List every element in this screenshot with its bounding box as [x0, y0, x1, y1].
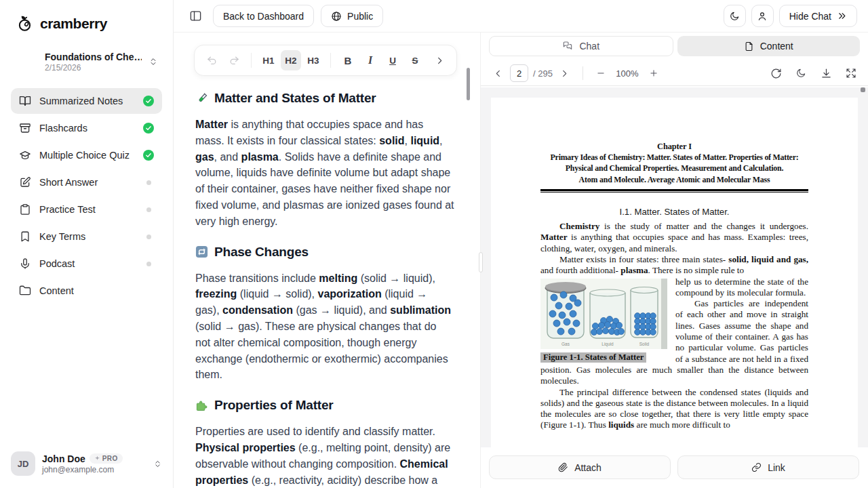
heading-3-button[interactable]: H3	[303, 50, 323, 70]
hide-chat-button[interactable]: Hide Chat	[779, 5, 857, 27]
zoom-level: 100%	[613, 68, 642, 79]
tab-chat[interactable]: Chat	[489, 36, 673, 56]
heading-1-button[interactable]: H1	[258, 50, 279, 70]
user-account-menu[interactable]: JD John Doe PRO john@example.com	[0, 442, 173, 488]
italic-button[interactable]: I	[360, 50, 380, 70]
theme-toggle-button[interactable]	[724, 5, 746, 27]
sidebar-item-content[interactable]: Content	[11, 278, 162, 304]
moon-icon	[729, 11, 740, 22]
previous-page-button[interactable]	[490, 66, 505, 81]
underline-button[interactable]: U	[382, 50, 403, 70]
beakers-illustration: Gas Liquid Solid	[540, 279, 667, 349]
sidebar-item-podcast[interactable]: Podcast	[11, 251, 162, 277]
sidebar-item-summarized-notes[interactable]: Summarized Notes	[11, 88, 162, 114]
toolbar-divider	[251, 53, 252, 68]
figure-label-liquid: Liquid	[601, 342, 614, 347]
bold-button[interactable]: B	[338, 50, 358, 70]
status-pending-dot	[146, 262, 151, 266]
chevron-up-down-icon	[149, 57, 158, 66]
workspace-date: 2/15/2026	[45, 63, 142, 73]
graduation-cap-icon	[19, 149, 31, 161]
double-rule	[540, 189, 808, 192]
status-done-icon	[143, 150, 154, 161]
back-to-dashboard-button[interactable]: Back to Dashboard	[213, 5, 314, 27]
folder-icon	[19, 285, 31, 297]
zoom-in-button[interactable]	[646, 66, 661, 81]
sidebar-item-key-terms[interactable]: Key Terms	[11, 224, 162, 249]
sidebar-toggle-button[interactable]	[184, 5, 206, 27]
redo-button[interactable]	[224, 50, 244, 70]
undo-button[interactable]	[201, 50, 222, 70]
sidebar-item-multiple-choice-quiz[interactable]: Multiple Choice Quiz	[11, 142, 162, 168]
brand: cramberry	[0, 0, 173, 41]
bookmark-icon	[19, 230, 31, 243]
paragraph: Phase transitions include melting (solid…	[195, 270, 454, 384]
chevron-up-down-icon	[153, 460, 162, 468]
figure-caption: Figure 1-1. States of Matter	[540, 352, 646, 363]
download-icon[interactable]	[818, 66, 833, 81]
brand-name: cramberry	[40, 16, 107, 32]
editor-toolbar: H1 H2 H3 B I U S	[194, 45, 457, 76]
tab-content[interactable]: Content	[677, 36, 861, 56]
pdf-scrollbar-thumb[interactable]	[861, 87, 865, 92]
document-icon	[744, 41, 754, 52]
sidebar-nav: Summarized Notes Flashcards Multiple Cho…	[0, 80, 173, 305]
fullscreen-icon[interactable]	[844, 66, 859, 81]
pdf-toolbar: / 295 100%	[481, 61, 868, 86]
sparkle-icon	[94, 455, 100, 462]
sidebar-item-label: Content	[39, 285, 154, 296]
sidebar-item-flashcards[interactable]: Flashcards	[11, 115, 162, 141]
public-visibility-button[interactable]: Public	[321, 5, 383, 27]
globe-icon	[331, 11, 342, 22]
figure-states-of-matter: Gas Liquid Solid Figure 1-1. States of M…	[540, 279, 667, 363]
chapter-heading: Chapter I Primary Ideas of Chemistry: Ma…	[540, 141, 808, 185]
editor-content-area[interactable]: Matter and States of Matter Matter is an…	[195, 76, 454, 488]
heading-2-button[interactable]: H2	[281, 50, 301, 70]
workspace-selector[interactable]: Foundations of Che… 2/15/2026	[8, 46, 165, 77]
strikethrough-button[interactable]: S	[405, 50, 425, 70]
zoom-out-button[interactable]	[593, 66, 608, 81]
pencil-square-icon	[19, 176, 31, 188]
sidebar-item-label: Podcast	[39, 258, 138, 269]
next-page-button[interactable]	[557, 66, 572, 81]
cramberry-logo-icon	[16, 15, 34, 33]
editor-scrollbar-thumb[interactable]	[467, 68, 470, 100]
workspace-avatar	[15, 50, 38, 73]
sidebar-item-short-answer[interactable]: Short Answer	[11, 169, 162, 195]
pdf-viewer[interactable]: Chapter I Primary Ideas of Chemistry: Ma…	[481, 87, 868, 447]
account-button[interactable]	[751, 5, 774, 27]
status-pending-dot	[146, 180, 151, 185]
refresh-icon[interactable]	[768, 66, 783, 81]
avatar: JD	[11, 451, 35, 476]
repeat-emoji	[195, 245, 208, 258]
page-number-input[interactable]	[510, 64, 528, 82]
sidebar-item-label: Short Answer	[39, 177, 138, 188]
toolbar-divider	[330, 53, 331, 68]
pro-badge: PRO	[90, 453, 123, 464]
figure-label-solid: Solid	[639, 342, 650, 346]
sidebar-item-practice-test[interactable]: Practice Test	[11, 197, 162, 222]
sidebar-item-label: Summarized Notes	[39, 96, 135, 106]
section-heading: Matter and States of Matter	[195, 89, 454, 107]
pdf-paragraph: Matter exists in four states: three main…	[540, 254, 808, 277]
pdf-paragraph: The principal difference between the con…	[540, 387, 808, 431]
status-pending-dot	[146, 207, 151, 212]
user-email: john@example.com	[42, 465, 146, 474]
section-heading: Properties of Matter	[195, 396, 454, 414]
sidebar: cramberry Foundations of Che… 2/15/2026 …	[0, 0, 174, 488]
toolbar-more-button[interactable]	[429, 50, 450, 70]
sidebar-item-label: Multiple Choice Quiz	[39, 150, 135, 161]
dark-mode-icon[interactable]	[793, 66, 808, 81]
topbar: Back to Dashboard Public Hide Chat	[174, 0, 868, 33]
pdf-page: Chapter I Primary Ideas of Chemistry: Ma…	[491, 98, 858, 447]
section-1-1-heading: I.1. Matter. States of Matter.	[540, 207, 808, 218]
paragraph: Matter is anything that occupies space a…	[195, 117, 454, 230]
content-panel: Chat Content / 295 100% Chapter I Primar…	[480, 33, 868, 488]
panel-resize-handle[interactable]	[479, 252, 483, 272]
test-tube-emoji	[195, 92, 208, 105]
status-pending-dot	[146, 235, 151, 239]
link-button[interactable]: Link	[677, 455, 859, 479]
attach-button[interactable]: Attach	[489, 455, 671, 479]
page-total-label: / 295	[533, 68, 553, 79]
panel-tabs: Chat Content	[481, 33, 868, 61]
